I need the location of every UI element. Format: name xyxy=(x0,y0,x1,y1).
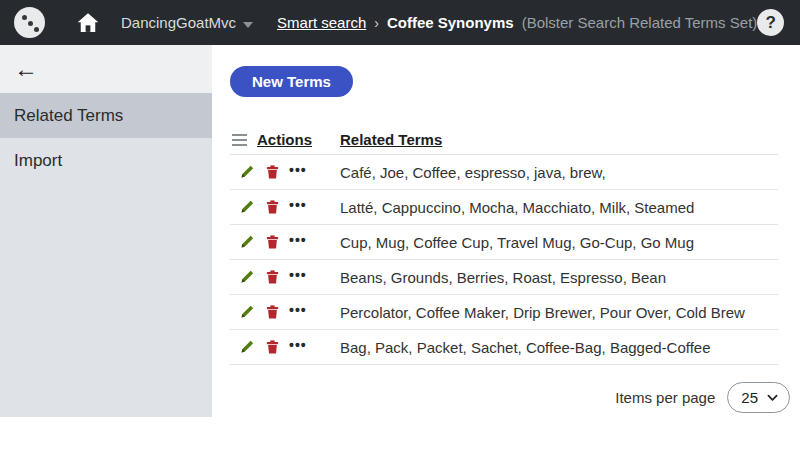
related-terms-cell: Latté, Cappuccino, Mocha, Macchiato, Mil… xyxy=(340,199,778,216)
related-terms-cell: Percolator, Coffee Maker, Drip Brewer, P… xyxy=(340,304,778,321)
sidebar-header: ← xyxy=(0,45,212,93)
sidebar-item-related-terms[interactable]: Related Terms xyxy=(0,93,212,138)
more-actions-icon[interactable]: ••• xyxy=(289,268,307,286)
more-actions-icon[interactable]: ••• xyxy=(289,303,307,321)
more-actions-icon[interactable]: ••• xyxy=(289,233,307,251)
delete-icon[interactable] xyxy=(264,234,280,250)
table-row: ••• Café, Joe, Coffee, espresso, java, b… xyxy=(230,155,778,190)
table-row: ••• Cup, Mug, Coffee Cup, Travel Mug, Go… xyxy=(230,225,778,260)
column-options-icon[interactable] xyxy=(232,134,247,146)
home-icon[interactable] xyxy=(75,9,101,37)
back-arrow-icon[interactable]: ← xyxy=(14,57,38,81)
breadcrumb-link-smart-search[interactable]: Smart search xyxy=(277,14,366,31)
delete-icon[interactable] xyxy=(264,339,280,355)
items-per-page-label: Items per page xyxy=(615,389,715,406)
delete-icon[interactable] xyxy=(264,304,280,320)
chevron-down-icon xyxy=(767,394,778,402)
top-bar: DancingGoatMvc Smart search › Coffee Syn… xyxy=(0,0,800,45)
edit-icon[interactable] xyxy=(239,269,255,285)
table-header-row: Actions Related Terms xyxy=(230,125,778,155)
edit-icon[interactable] xyxy=(239,164,255,180)
table-row: ••• Beans, Grounds, Berries, Roast, Espr… xyxy=(230,260,778,295)
caret-down-icon xyxy=(243,22,253,28)
more-actions-icon[interactable]: ••• xyxy=(289,198,307,216)
help-icon[interactable]: ? xyxy=(757,9,784,36)
more-actions-icon[interactable]: ••• xyxy=(289,163,307,181)
table-row: ••• Bag, Pack, Packet, Sachet, Coffee-Ba… xyxy=(230,330,778,365)
related-terms-cell: Bag, Pack, Packet, Sachet, Coffee-Bag, B… xyxy=(340,339,778,356)
breadcrumb-suffix: (Bolster Search Related Terms Set) xyxy=(522,14,758,31)
site-selector[interactable]: DancingGoatMvc xyxy=(121,14,253,31)
breadcrumb: Smart search › Coffee Synonyms (Bolster … xyxy=(277,14,757,31)
more-actions-icon[interactable]: ••• xyxy=(289,338,307,356)
edit-icon[interactable] xyxy=(239,199,255,215)
related-terms-cell: Cup, Mug, Coffee Cup, Travel Mug, Go-Cup… xyxy=(340,234,778,251)
new-terms-button[interactable]: New Terms xyxy=(230,66,353,97)
edit-icon[interactable] xyxy=(239,304,255,320)
column-header-related-terms[interactable]: Related Terms xyxy=(340,131,778,148)
breadcrumb-current-page: Coffee Synonyms xyxy=(387,14,514,31)
edit-icon[interactable] xyxy=(239,234,255,250)
main-content: New Terms Actions Related Terms ••• Café… xyxy=(212,45,800,450)
items-per-page-select[interactable]: 25 xyxy=(727,382,790,413)
app-switcher-icon[interactable] xyxy=(14,7,45,38)
application-window: DancingGoatMvc Smart search › Coffee Syn… xyxy=(0,0,800,450)
breadcrumb-separator: › xyxy=(374,15,379,31)
sidebar: ← Related Terms Import xyxy=(0,45,212,417)
site-name: DancingGoatMvc xyxy=(121,14,236,31)
related-terms-table: Actions Related Terms ••• Café, Joe, Cof… xyxy=(230,125,778,365)
delete-icon[interactable] xyxy=(264,199,280,215)
topbar-actions: ? xyxy=(757,8,800,38)
items-per-page-value: 25 xyxy=(741,389,758,406)
edit-icon[interactable] xyxy=(239,339,255,355)
pagination-bar: Items per page 25 xyxy=(230,382,790,413)
column-header-actions[interactable]: Actions xyxy=(257,131,312,148)
related-terms-cell: Café, Joe, Coffee, espresso, java, brew, xyxy=(340,164,778,181)
sidebar-item-import[interactable]: Import xyxy=(0,138,212,183)
table-row: ••• Percolator, Coffee Maker, Drip Brewe… xyxy=(230,295,778,330)
delete-icon[interactable] xyxy=(264,164,280,180)
table-row: ••• Latté, Cappuccino, Mocha, Macchiato,… xyxy=(230,190,778,225)
related-terms-cell: Beans, Grounds, Berries, Roast, Espresso… xyxy=(340,269,778,286)
delete-icon[interactable] xyxy=(264,269,280,285)
